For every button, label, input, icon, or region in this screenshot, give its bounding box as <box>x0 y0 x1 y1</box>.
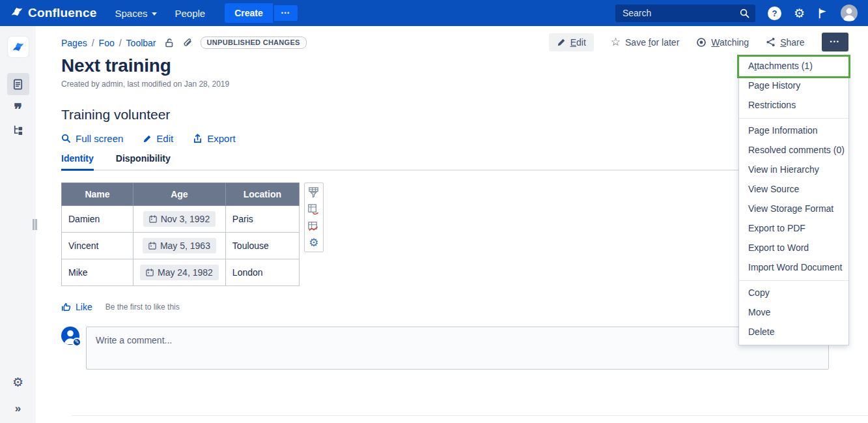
column-header-age[interactable]: Age <box>133 183 226 206</box>
edit-label: Edit <box>570 37 586 48</box>
macro-edit-button[interactable]: Edit <box>143 133 173 144</box>
pencil-badge-icon: ✎ <box>72 338 81 347</box>
watching-button[interactable]: Watching <box>696 37 749 48</box>
macro-export-label: Export <box>207 133 235 144</box>
create-more-button[interactable]: ••• <box>274 5 298 21</box>
comment-avatar: ✎ <box>61 327 79 345</box>
breadcrumb-separator: / <box>119 38 122 48</box>
table-row: Damien Nov 3, 1992 Paris <box>62 206 300 233</box>
table-header-row: Name Age Location <box>62 183 300 206</box>
confluence-logo[interactable]: Confluence <box>10 5 96 21</box>
cell-location: London <box>225 259 299 286</box>
tree-icon <box>12 124 24 136</box>
sidebar-resize-grip[interactable] <box>33 219 37 230</box>
unpublished-changes-badge: UNPUBLISHED CHANGES <box>201 36 307 49</box>
menu-item-copy[interactable]: Copy <box>739 284 848 303</box>
user-avatar[interactable] <box>841 5 858 22</box>
expand-sidebar-button[interactable]: » <box>15 403 21 414</box>
cell-location: Paris <box>225 206 299 233</box>
menu-item-restrictions[interactable]: Restrictions <box>739 96 848 115</box>
menu-item-export-to-pdf[interactable]: Export to PDF <box>739 219 848 239</box>
attachment-paperclip-icon[interactable] <box>182 38 193 48</box>
table-filter-icon[interactable] <box>307 186 320 199</box>
breadcrumb-pages[interactable]: Pages <box>61 38 87 48</box>
menu-separator <box>739 118 848 119</box>
menu-item-export-to-word[interactable]: Export to Word <box>739 239 848 258</box>
nav-people-label: People <box>175 8 206 19</box>
pencil-icon <box>557 38 566 47</box>
sidebar-item-hierarchy[interactable] <box>12 124 24 136</box>
menu-item-move[interactable]: Move <box>739 303 848 323</box>
cell-age: Nov 3, 1992 <box>133 206 226 233</box>
tab-identity[interactable]: Identity <box>61 153 94 171</box>
column-header-location[interactable]: Location <box>225 183 299 206</box>
space-settings-gear-icon[interactable]: ⚙ <box>12 376 23 388</box>
table-chart-icon[interactable] <box>307 220 320 233</box>
menu-item-resolved-comments[interactable]: Resolved comments (0) <box>739 141 848 160</box>
cell-age: May 24, 1982 <box>133 259 226 286</box>
pages-icon <box>12 78 24 91</box>
menu-item-view-storage-format[interactable]: View Storage Format <box>739 199 848 219</box>
sidebar-item-pages[interactable] <box>7 73 29 95</box>
help-icon[interactable]: ? <box>768 7 781 20</box>
nav-spaces-label: Spaces <box>115 8 147 19</box>
create-button[interactable]: Create <box>225 3 273 23</box>
space-sidebar: ❞ ⚙ » <box>0 26 36 423</box>
cell-name: Damien <box>62 206 133 233</box>
menu-item-delete[interactable]: Delete <box>739 323 848 342</box>
chevron-down-icon <box>152 12 157 16</box>
unlocked-icon[interactable] <box>164 38 175 48</box>
menu-separator <box>739 280 848 281</box>
edit-button[interactable]: Edit <box>549 33 594 51</box>
table-tools-panel: ⚙ <box>304 182 324 252</box>
menu-item-attachments[interactable]: Attachments (1) <box>739 57 848 76</box>
calendar-icon <box>146 269 154 276</box>
date-pill[interactable]: May 24, 1982 <box>140 265 219 280</box>
admin-gear-icon[interactable]: ⚙ <box>794 7 805 20</box>
full-screen-button[interactable]: Full screen <box>61 133 123 144</box>
menu-item-page-information[interactable]: Page Information <box>739 121 848 141</box>
full-screen-label: Full screen <box>76 133 123 144</box>
date-pill-label: May 24, 1982 <box>158 267 213 278</box>
search-icon[interactable] <box>740 8 749 21</box>
macro-export-button[interactable]: Export <box>193 133 235 144</box>
page-action-bar: Edit ☆ Save for later Watching Share ••• <box>549 33 848 51</box>
cell-age: May 5, 1963 <box>133 233 226 259</box>
table-settings-gear-icon[interactable]: ⚙ <box>309 237 318 248</box>
column-header-name[interactable]: Name <box>62 183 133 206</box>
menu-item-view-source[interactable]: View Source <box>739 180 848 199</box>
more-actions-button[interactable]: ••• <box>822 33 848 51</box>
share-button[interactable]: Share <box>766 37 804 48</box>
date-pill-label: Nov 3, 1992 <box>161 214 210 224</box>
confluence-page: Confluence Spaces People Create ••• ? ⚙ <box>0 0 868 423</box>
date-pill[interactable]: Nov 3, 1992 <box>143 211 216 227</box>
space-logo[interactable] <box>8 36 29 57</box>
nav-spaces[interactable]: Spaces <box>105 8 165 19</box>
announcements-flag-icon[interactable] <box>817 8 828 19</box>
cell-location: Toulouse <box>225 233 299 259</box>
search-input[interactable] <box>615 5 755 22</box>
menu-item-import-word-document[interactable]: Import Word Document <box>739 258 848 278</box>
pivot-table-icon[interactable] <box>307 203 320 216</box>
tab-disponibility[interactable]: Disponibility <box>116 153 171 169</box>
menu-item-view-in-hierarchy[interactable]: View in Hierarchy <box>739 160 848 180</box>
search-box <box>615 5 755 22</box>
menu-item-page-history[interactable]: Page History <box>739 76 848 96</box>
breadcrumb-toolbar[interactable]: Toolbar <box>126 38 156 48</box>
save-for-later-button[interactable]: ☆ Save for later <box>611 36 680 48</box>
share-icon <box>766 37 776 47</box>
nav-people[interactable]: People <box>166 8 215 19</box>
macro-edit-label: Edit <box>156 133 173 144</box>
date-pill[interactable]: May 5, 1963 <box>143 238 216 254</box>
thumbs-up-icon <box>61 302 72 312</box>
export-icon <box>193 134 203 143</box>
like-hint-text: Be the first to like this <box>105 302 180 312</box>
comment-input[interactable] <box>86 327 829 370</box>
table-row: Vincent May 5, 1963 Toulouse <box>62 233 300 259</box>
breadcrumb-foo[interactable]: Foo <box>99 38 115 48</box>
macro-tabs: Identity Disponibility <box>61 153 829 171</box>
more-actions-menu: Attachments (1) Page History Restriction… <box>738 55 849 345</box>
cell-name: Mike <box>62 259 133 286</box>
sidebar-item-blog[interactable]: ❞ <box>14 105 22 114</box>
like-button[interactable]: Like <box>61 302 92 312</box>
